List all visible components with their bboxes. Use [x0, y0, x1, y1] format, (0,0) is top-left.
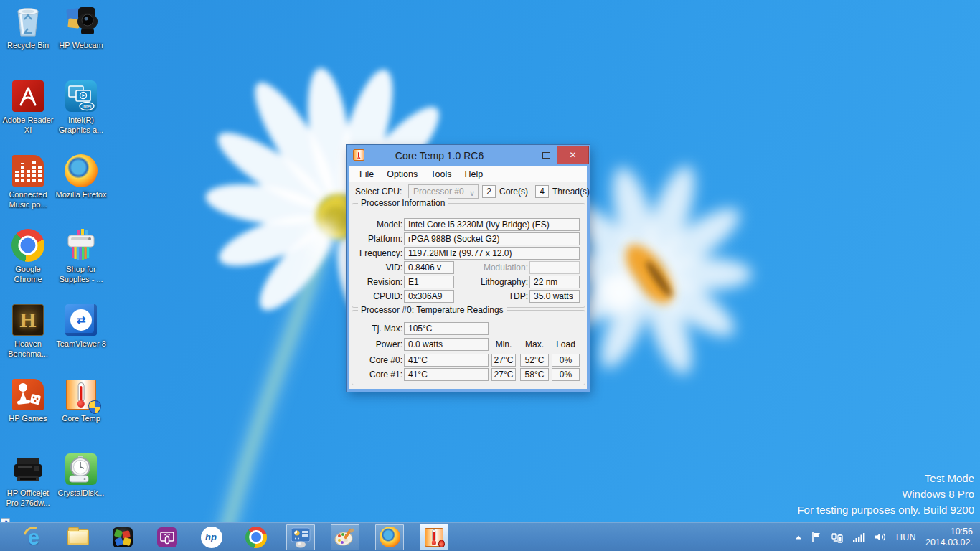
desktop-icon-connected-music[interactable]: ↗ Connected Music po... — [1, 154, 55, 228]
menu-file[interactable]: File — [353, 169, 380, 179]
desktop-icon-core-temp[interactable]: ↗ Core Temp — [55, 377, 108, 452]
puzzle-app-icon[interactable] — [100, 524, 145, 551]
processor-info-groupbox: Processor Information Model: Intel Core … — [352, 203, 585, 308]
desktop-icon-shop-for-supplies[interactable]: ↗ Shop for Supplies - ... — [55, 228, 108, 303]
core-temp-window: Core Temp 1.0 RC6 — ✕ File Options Tools… — [347, 145, 590, 392]
desktop-icon-recycle-bin[interactable]: Recycle Bin — [1, 4, 55, 79]
menu-tools[interactable]: Tools — [424, 169, 458, 179]
window-title: Core Temp 1.0 RC6 — [375, 150, 504, 161]
power-label: Power: — [352, 338, 402, 351]
google-chrome-icon[interactable] — [234, 524, 278, 551]
window-client-area: File Options Tools Help Select CPU: Proc… — [349, 166, 587, 389]
desktop-icon-label: Recycle Bin — [7, 40, 49, 50]
desktop-icon-hp-webcam[interactable]: ↗ HP Webcam — [55, 4, 108, 79]
connected-music-icon — [11, 154, 45, 188]
chrome-icon — [11, 228, 45, 263]
desktop-icon-label: Mozilla Firefox — [56, 189, 107, 199]
taskbar: e hp — [0, 522, 980, 551]
desktop-icon-label: Intel(R) Graphics a... — [55, 115, 108, 135]
volume-icon[interactable] — [875, 532, 887, 542]
intel-graphics-icon: intel — [64, 79, 98, 113]
core0-min: 27°C — [491, 354, 516, 367]
core0-max: 52°C — [520, 354, 549, 367]
svg-text:intel: intel — [83, 104, 92, 109]
firefox-icon[interactable] — [375, 524, 404, 550]
menu-options[interactable]: Options — [380, 169, 424, 179]
frequency-label: Frequency: — [352, 247, 402, 260]
desktop-icon-intel-graphics[interactable]: intel ↗ Intel(R) Graphics a... — [55, 79, 108, 154]
watermark-line-3: For testing purposes only. Build 9200 — [797, 502, 974, 518]
desktop-icon-label: HP Webcam — [59, 40, 103, 50]
action-center-flag-icon[interactable] — [811, 532, 821, 543]
lithography-value: 22 nm — [529, 276, 580, 288]
desktop-icon-adobe-reader[interactable]: ↗ Adobe Reader XI — [1, 79, 55, 154]
core-temp-window-icon — [353, 149, 364, 163]
taskbar-clock[interactable]: 10:56 2014.03.02. — [925, 527, 973, 548]
clock-time: 10:56 — [925, 527, 973, 537]
show-hidden-icons-button[interactable] — [795, 534, 802, 540]
frequency-value: 1197.28MHz (99.77 x 12.0) — [404, 247, 580, 260]
language-indicator[interactable]: HUN — [896, 532, 916, 542]
threads-count: 4 — [535, 185, 549, 198]
threads-label: Thread(s) — [552, 187, 590, 197]
desktop-icon-hp-officejet[interactable]: ↗ HP Officejet Pro 276dw... — [1, 452, 55, 527]
adobe-reader-icon — [11, 79, 45, 113]
hp-officejet-icon — [11, 452, 45, 486]
desktop-icon-mozilla-firefox[interactable]: ↗ Mozilla Firefox — [55, 154, 108, 228]
desktop-icon-crystaldisk[interactable]: ↗ CrystalDisk... — [55, 452, 108, 527]
desktop-icon-label: HP Officejet Pro 276dw... — [1, 488, 55, 508]
core1-temp: 41°C — [404, 368, 489, 381]
uac-shield-icon — [88, 400, 101, 414]
modulation-label: Modulation: — [352, 261, 528, 274]
desktop-icon-teamviewer[interactable]: ⇄ ↗ TeamViewer 8 — [55, 303, 108, 377]
menu-bar: File Options Tools Help — [349, 166, 587, 182]
core1-max: 58°C — [520, 368, 549, 381]
file-explorer-icon[interactable] — [56, 524, 100, 551]
watermark-line-2: Windows 8 Pro — [797, 486, 974, 502]
core-temp-icon — [64, 377, 98, 412]
network-signal-icon[interactable] — [853, 532, 865, 542]
desktop-icon-heaven-benchmark[interactable]: H ↗ Heaven Benchma... — [1, 303, 55, 377]
tjmax-label: Tj. Max: — [352, 322, 402, 335]
titlebar[interactable]: Core Temp 1.0 RC6 — ✕ — [347, 145, 590, 166]
modulation-value — [529, 261, 580, 274]
desktop-icon-label: Google Chrome — [1, 264, 55, 284]
core-temp-icon[interactable] — [420, 524, 448, 550]
chevron-down-icon: ∨ — [469, 187, 475, 199]
platform-label: Platform: — [352, 232, 402, 245]
internet-explorer-icon[interactable]: e — [11, 524, 56, 551]
system-tray: HUN 10:56 2014.03.02. — [795, 527, 980, 548]
core0-temp: 41°C — [404, 354, 489, 367]
hp-games-icon — [11, 377, 45, 412]
cores-count: 2 — [482, 185, 496, 198]
minimize-button[interactable]: — — [514, 146, 535, 164]
temperature-title: Processor #0: Temperature Readings — [358, 305, 507, 315]
lithography-label: Lithography: — [352, 276, 528, 288]
model-label: Model: — [352, 218, 402, 231]
power-battery-icon[interactable] — [831, 532, 844, 543]
menu-help[interactable]: Help — [458, 169, 489, 179]
paint-app-icon[interactable] — [331, 524, 359, 550]
min-column-header: Min. — [491, 338, 516, 351]
cores-label: Core(s) — [499, 187, 528, 197]
desktop-icon-label: HP Games — [9, 413, 47, 423]
wireless-display-icon[interactable] — [145, 524, 189, 551]
desktop-icon-hp-games[interactable]: ↗ HP Games — [1, 377, 55, 452]
cpu-select-dropdown[interactable]: Processor #0∨ — [408, 184, 479, 199]
close-button[interactable]: ✕ — [557, 146, 589, 164]
control-panel-app-icon[interactable] — [286, 524, 315, 550]
maximize-button[interactable] — [535, 146, 557, 164]
desktop-icon-google-chrome[interactable]: ↗ Google Chrome — [1, 228, 55, 303]
desktop-icon-label: Connected Music po... — [1, 189, 55, 209]
power-value: 0.0 watts — [404, 338, 489, 351]
desktop: Recycle Bin ↗ HP Webcam — [0, 0, 980, 551]
desktop-icon-label: CrystalDisk... — [58, 488, 105, 498]
tdp-label: TDP: — [352, 290, 528, 303]
platform-value: rPGA 988B (Socket G2) — [404, 232, 580, 245]
test-mode-watermark: Test Mode Windows 8 Pro For testing purp… — [797, 471, 974, 518]
recycle-bin-icon — [11, 4, 45, 39]
hp-support-icon[interactable]: hp — [189, 524, 234, 551]
desktop-icon-label: TeamViewer 8 — [56, 339, 106, 349]
hp-webcam-icon — [64, 4, 98, 39]
printer-supplies-icon — [64, 228, 98, 263]
